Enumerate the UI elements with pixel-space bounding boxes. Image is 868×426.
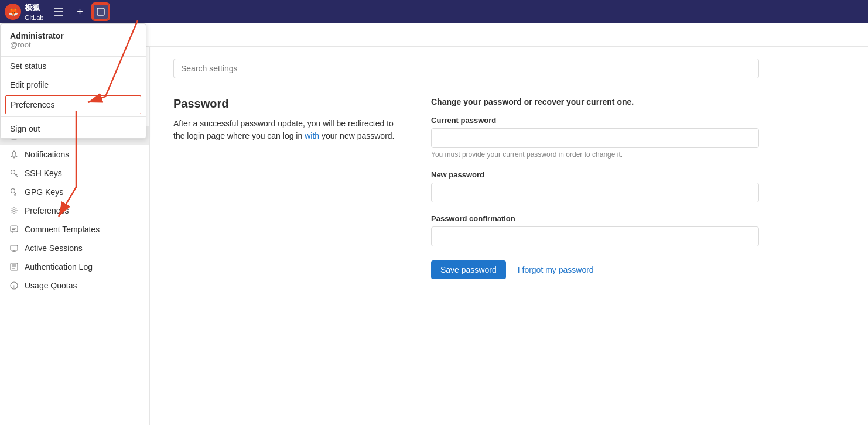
svg-rect-2 <box>54 8 63 9</box>
svg-rect-18 <box>11 226 18 232</box>
sidebar-toggle-button[interactable] <box>50 4 67 20</box>
current-password-hint: You must provide your current password i… <box>431 150 759 159</box>
dropdown-header: Administrator @root <box>1 24 146 57</box>
sidebar-item-active-sessions[interactable]: Active Sessions <box>0 239 149 257</box>
sidebar-item-preferences[interactable]: Preferences <box>0 201 149 220</box>
preferences-icon <box>9 206 19 215</box>
current-password-group: Current password You must provide your c… <box>431 116 759 159</box>
ssh-keys-icon <box>9 169 19 178</box>
forgot-password-link[interactable]: I forgot my password <box>511 260 601 279</box>
sidebar-label-ssh-keys: SSH Keys <box>25 169 62 178</box>
gpg-keys-icon <box>9 187 19 197</box>
current-password-input[interactable] <box>431 128 759 148</box>
dropdown-handle: @root <box>10 40 136 49</box>
topnav: 🦊 极狐GitLab + Administrator @root Set sta… <box>0 0 868 23</box>
section-desc-link[interactable]: with <box>305 131 319 140</box>
svg-rect-3 <box>54 11 63 12</box>
sidebar-label-gpg-keys: GPG Keys <box>25 187 63 197</box>
logo: 🦊 极狐GitLab <box>5 2 43 22</box>
new-password-input[interactable] <box>431 183 759 202</box>
sidebar-item-comment-templates[interactable]: Comment Templates <box>0 220 149 239</box>
password-content-section: Password After a successful password upd… <box>173 97 759 279</box>
svg-rect-21 <box>11 245 18 250</box>
comment-templates-icon <box>9 225 19 234</box>
svg-rect-4 <box>54 15 63 16</box>
sidebar-item-gpg-keys[interactable]: GPG Keys <box>0 183 149 201</box>
sidebar-label-preferences: Preferences <box>25 206 69 215</box>
right-title: Change your password or recover your cur… <box>431 97 759 106</box>
svg-point-16 <box>11 189 15 193</box>
svg-rect-5 <box>97 8 104 15</box>
preferences-item[interactable]: Preferences <box>5 95 141 114</box>
search-input[interactable] <box>173 59 759 78</box>
password-confirmation-group: Password confirmation <box>431 214 759 246</box>
password-confirmation-label: Password confirmation <box>431 214 759 223</box>
new-password-group: New password <box>431 170 759 202</box>
section-title: Password <box>173 97 396 111</box>
sidebar-label-active-sessions: Active Sessions <box>25 243 83 253</box>
gitlab-logo-icon: 🦊 <box>5 4 21 20</box>
sidebar-item-authentication-log[interactable]: Authentication Log <box>0 257 149 276</box>
section-left: Password After a successful password upd… <box>173 97 396 279</box>
usage-quotas-icon: i <box>9 281 19 290</box>
sidebar-label-authentication-log: Authentication Log <box>25 262 93 272</box>
dropdown-username: Administrator <box>10 31 136 40</box>
password-confirmation-input[interactable] <box>431 226 759 246</box>
logo-text: 极狐GitLab <box>25 2 43 22</box>
sidebar-item-ssh-keys[interactable]: SSH Keys <box>0 164 149 183</box>
sign-out-item[interactable]: Sign out <box>1 119 146 138</box>
dropdown-divider <box>1 116 146 117</box>
active-tab-button[interactable] <box>93 4 109 20</box>
svg-text:🦊: 🦊 <box>8 7 19 17</box>
main-content: Password After a successful password upd… <box>150 47 868 425</box>
new-password-label: New password <box>431 170 759 179</box>
svg-point-17 <box>13 209 15 212</box>
sidebar-label-notifications: Notifications <box>25 150 69 159</box>
sidebar-label-usage-quotas: Usage Quotas <box>25 281 77 290</box>
svg-point-15 <box>11 170 15 174</box>
authentication-log-icon <box>9 262 19 272</box>
section-right: Change your password or recover your cur… <box>431 97 759 279</box>
svg-text:i: i <box>13 284 15 289</box>
sidebar-label-comment-templates: Comment Templates <box>25 225 100 234</box>
user-dropdown-menu: Administrator @root Set status Edit prof… <box>0 23 146 139</box>
set-status-item[interactable]: Set status <box>1 57 146 75</box>
notifications-icon <box>9 150 19 159</box>
active-sessions-icon <box>9 243 19 253</box>
sidebar-item-notifications[interactable]: Notifications <box>0 145 149 164</box>
current-password-label: Current password <box>431 116 759 125</box>
edit-profile-item[interactable]: Edit profile <box>1 75 146 94</box>
new-item-button[interactable]: + <box>71 4 88 20</box>
form-actions: Save password I forgot my password <box>431 260 759 279</box>
save-password-button[interactable]: Save password <box>431 260 506 279</box>
section-description: After a successful password update, you … <box>173 118 396 142</box>
sidebar-item-usage-quotas[interactable]: i Usage Quotas <box>0 276 149 295</box>
